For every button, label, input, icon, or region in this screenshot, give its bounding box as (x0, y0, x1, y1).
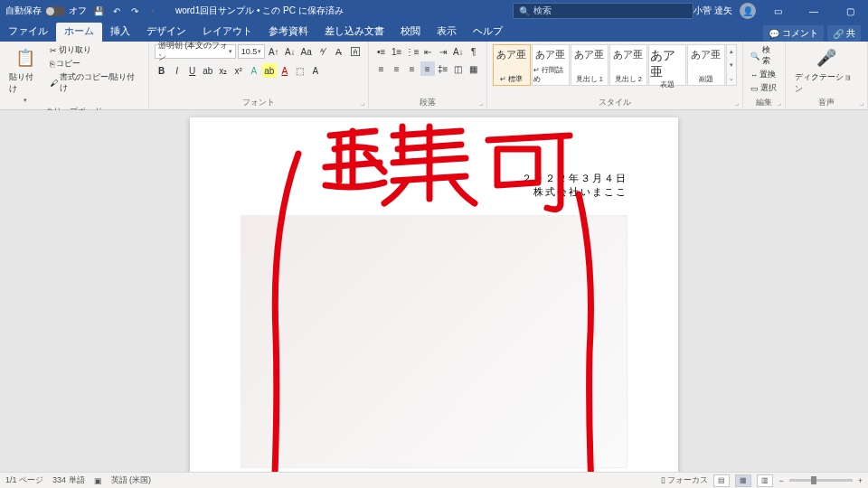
zoom-slider[interactable] (789, 479, 853, 482)
style-heading2[interactable]: あア亜見出し 2 (609, 44, 647, 86)
find-icon: 🔍 (750, 52, 760, 61)
align-right-button[interactable]: ≡ (405, 61, 420, 76)
underline-button[interactable]: U (185, 63, 200, 78)
bullets-button[interactable]: •≡ (374, 44, 389, 59)
clear-format-button[interactable]: A̶ (332, 44, 346, 59)
print-layout-button[interactable]: ▦ (735, 474, 751, 487)
search-input[interactable]: 🔍 検索 (513, 3, 693, 19)
style-normal[interactable]: あア亜↵ 標準 (493, 44, 531, 86)
show-marks-button[interactable]: ¶ (467, 44, 481, 59)
multilevel-button[interactable]: ⋮≡ (405, 44, 420, 59)
line-spacing-button[interactable]: ‡≡ (436, 61, 450, 76)
superscript-button[interactable]: x² (231, 63, 246, 78)
maximize-button[interactable]: ▢ (835, 0, 864, 22)
autosave-toggle[interactable]: 自動保存 オフ (5, 5, 87, 17)
doc-date[interactable]: ２０２２年３月４日 (241, 172, 627, 185)
font-size-select[interactable]: 10.5▾ (238, 44, 265, 59)
ribbon-options-icon[interactable]: ▭ (763, 0, 792, 22)
username-label: 小菅 達矢 (693, 5, 732, 17)
page[interactable]: ２０２２年３月４日 株式会社いまここ (190, 117, 678, 472)
font-name-select[interactable]: 游明朝 (本文のフォン▾ (155, 44, 236, 59)
italic-button[interactable]: I (170, 63, 184, 78)
tab-references[interactable]: 参考資料 (260, 23, 316, 42)
focus-mode-button[interactable]: ▯ フォーカス (661, 474, 709, 486)
tab-home[interactable]: ホーム (56, 23, 102, 42)
spellcheck-icon[interactable]: ▣ (94, 476, 102, 485)
increase-indent-button[interactable]: ⇥ (436, 44, 450, 59)
style-heading1[interactable]: あア亜見出し 1 (571, 44, 609, 86)
tab-file[interactable]: ファイル (0, 23, 56, 42)
tab-view[interactable]: 表示 (429, 23, 465, 42)
replace-icon: ↔ (750, 70, 759, 80)
align-center-button[interactable]: ≡ (390, 61, 404, 76)
search-icon: 🔍 (519, 6, 530, 16)
word-count[interactable]: 334 単語 (52, 474, 85, 486)
document-canvas[interactable]: ２０２２年３月４日 株式会社いまここ (0, 110, 868, 472)
subscript-button[interactable]: x₂ (216, 63, 231, 78)
phonetic-guide-button[interactable]: ᴬ⁄ (316, 44, 330, 59)
borders-button[interactable]: ▦ (467, 61, 481, 76)
group-clipboard: 📋 貼り付け ▾ ✂切り取り ⎘コピー 🖌書式のコピー/貼り付け クリップボード (0, 42, 149, 109)
tab-review[interactable]: 校閲 (392, 23, 429, 42)
web-layout-button[interactable]: ▥ (757, 474, 773, 487)
replace-button[interactable]: ↔置換 (749, 69, 779, 81)
doc-company[interactable]: 株式会社いまここ (241, 185, 627, 199)
styles-more-button[interactable]: ▴▾⌄ (726, 44, 737, 86)
qat-more-icon[interactable]: ▾ (146, 5, 159, 17)
group-editing: 🔍検索 ↔置換 ▭選択 編集 (743, 42, 786, 109)
tab-help[interactable]: ヘルプ (465, 23, 511, 42)
shrink-font-button[interactable]: A↓ (283, 44, 297, 59)
ribbon-tabs: ファイル ホーム 挿入 デザイン レイアウト 参考資料 差し込み文書 校閲 表示… (0, 22, 868, 42)
page-count[interactable]: 1/1 ページ (5, 474, 43, 486)
highlight-button[interactable]: ab (262, 63, 277, 78)
font-color-button[interactable]: A (278, 63, 292, 78)
paste-button[interactable]: 📋 貼り付け ▾ (5, 44, 44, 106)
bold-button[interactable]: B (155, 63, 169, 78)
char-border-button[interactable]: ⬚ (293, 63, 307, 78)
text-effects-button[interactable]: A (247, 63, 261, 78)
save-icon[interactable]: 💾 (92, 5, 105, 17)
group-label-font: フォント (155, 97, 363, 108)
select-button[interactable]: ▭選択 (749, 82, 779, 95)
read-mode-button[interactable]: ▤ (713, 474, 730, 487)
group-label-paragraph: 段落 (374, 97, 481, 108)
redo-icon[interactable]: ↷ (128, 5, 141, 17)
group-label-voice: 音声 (791, 97, 862, 108)
tab-mailings[interactable]: 差し込み文書 (316, 23, 392, 42)
group-styles: あア亜↵ 標準 あア亜↵ 行間詰め あア亜見出し 1 あア亜見出し 2 あア亜表… (487, 42, 743, 109)
grow-font-button[interactable]: A↑ (267, 44, 281, 59)
undo-icon[interactable]: ↶ (110, 5, 123, 17)
change-case-button[interactable]: Aa (299, 44, 314, 59)
style-title[interactable]: あア亜表題 (648, 44, 686, 86)
strike-button[interactable]: ab (201, 63, 215, 78)
minimize-button[interactable]: — (799, 0, 828, 22)
copy-button[interactable]: ⎘コピー (48, 58, 143, 70)
tab-layout[interactable]: レイアウト (194, 23, 260, 42)
sort-button[interactable]: A↓ (451, 44, 466, 59)
tab-design[interactable]: デザイン (138, 23, 194, 42)
comments-button[interactable]: 💬 コメント (763, 25, 824, 42)
cut-icon: ✂ (50, 46, 57, 55)
enclose-char-button[interactable]: 🄰 (348, 44, 363, 59)
language-status[interactable]: 英語 (米国) (111, 474, 152, 486)
find-button[interactable]: 🔍検索 (749, 44, 779, 68)
cut-button[interactable]: ✂切り取り (48, 44, 143, 57)
tab-insert[interactable]: 挿入 (102, 23, 138, 42)
align-left-button[interactable]: ≡ (374, 61, 389, 76)
group-label-editing: 編集 (749, 97, 779, 108)
user-avatar-icon[interactable]: 👤 (740, 3, 756, 19)
justify-button[interactable]: ≡ (420, 61, 435, 76)
style-nospacing[interactable]: あア亜↵ 行間詰め (532, 44, 570, 86)
format-painter-button[interactable]: 🖌書式のコピー/貼り付け (48, 71, 143, 95)
char-shading-button[interactable]: A (308, 63, 323, 78)
share-button[interactable]: 🔗 共 (827, 25, 861, 42)
document-title: word1回目サンプル • この PC に保存済み (159, 5, 513, 17)
shading-button[interactable]: ◫ (451, 61, 466, 76)
zoom-out-button[interactable]: − (778, 476, 783, 485)
dictate-button[interactable]: 🎤 ディクテーション (791, 44, 862, 97)
zoom-in-button[interactable]: + (858, 476, 863, 485)
decrease-indent-button[interactable]: ⇤ (420, 44, 435, 59)
numbering-button[interactable]: 1≡ (390, 44, 404, 59)
content-placeholder (241, 215, 627, 468)
style-subtitle[interactable]: あア亜副題 (687, 44, 725, 86)
